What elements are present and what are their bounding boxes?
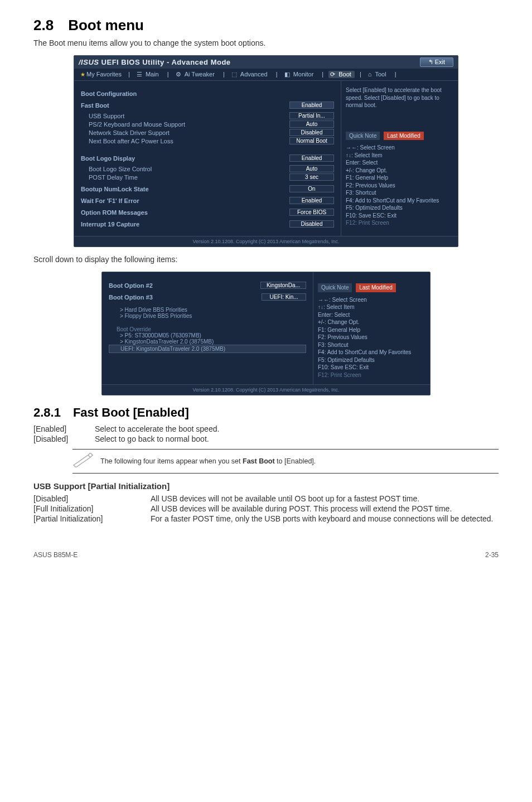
usb-def-disabled: [Disabled] All USB devices will not be a…	[33, 494, 499, 503]
bios-footer: Version 2.10.1208. Copyright (C) 2013 Am…	[74, 236, 458, 247]
setting-numlock[interactable]: Bootup NumLock State	[81, 186, 289, 192]
setting-option-rom[interactable]: Option ROM Messages	[81, 209, 289, 216]
boot-override-header: Boot Override	[109, 326, 306, 332]
setting-boot-opt2[interactable]: Boot Option #2	[109, 282, 260, 289]
usb-def-partial: [Partial Initialization] For a faster PO…	[33, 514, 499, 523]
value-post-delay[interactable]: 3 sec	[289, 173, 334, 181]
page-footer: ASUS B85M-E 2-35	[33, 551, 499, 559]
value-wait-f1[interactable]: Enabled	[289, 197, 334, 204]
value-numlock[interactable]: On	[289, 185, 334, 192]
note-box: The following four items appear when you…	[72, 449, 499, 474]
value-fast-boot[interactable]: Enabled	[289, 102, 334, 109]
setting-fast-boot[interactable]: Fast Boot	[81, 102, 289, 109]
help-hint: Select [Enabled] to accelerate the boot …	[346, 86, 453, 109]
value-boot-opt2[interactable]: KingstonDa...	[260, 282, 306, 289]
value-int19[interactable]: Disabled	[289, 220, 334, 228]
value-boot-logo[interactable]: Enabled	[289, 154, 334, 162]
setting-boot-opt3[interactable]: Boot Option #3	[109, 294, 262, 301]
value-network-stack[interactable]: Disabled	[289, 129, 334, 136]
bios-window-title: UEFI BIOS Utility - Advanced Mode	[101, 58, 231, 66]
override-item-selected[interactable]: UEFI: KingstonDataTraveler 2.0 (3875MB)	[109, 345, 306, 353]
override-item-1[interactable]: > P5: ST3000DM05 (763097MB)	[109, 332, 306, 339]
bios2-settings-panel: Boot Option #2 KingstonDa... Boot Option…	[102, 272, 313, 384]
tab-tool[interactable]: ⌂ Tool	[366, 71, 390, 78]
setting-next-boot[interactable]: Next Boot after AC Power Loss	[81, 138, 289, 144]
setting-usb-support[interactable]: USB Support	[81, 113, 289, 119]
def-disabled: [Disabled] Select to go back to normal b…	[33, 434, 499, 443]
tab-boot[interactable]: ⟳ Boot	[328, 71, 355, 78]
bios-help-panel: Select [Enabled] to accelerate the boot …	[341, 81, 458, 236]
value-boot-opt3[interactable]: UEFI: Kin...	[262, 293, 306, 301]
last-modified-badge2[interactable]: Last Modified	[356, 283, 395, 292]
tab-main[interactable]: ☰ Main	[135, 71, 162, 78]
bios2-footer: Version 2.10.1208. Copyright (C) 2013 Am…	[102, 384, 430, 395]
value-logo-size[interactable]: Auto	[289, 165, 334, 172]
exit-icon: ↰	[428, 59, 435, 65]
tab-advanced[interactable]: ⬚ Advanced	[230, 71, 271, 78]
bios-tabs: My Favorites | ☰ Main | ⚙ Ai Tweaker | ⬚…	[74, 69, 458, 81]
hdd-bbs[interactable]: > Hard Drive BBS Priorities	[109, 307, 306, 313]
note-text: The following four items appear when you…	[100, 457, 316, 465]
scroll-hint: Scroll down to display the following ite…	[33, 255, 499, 264]
exit-button[interactable]: ↰ Exit	[420, 57, 453, 67]
note-pencil-icon	[72, 453, 100, 470]
section-intro: The Boot menu items allow you to change …	[33, 38, 499, 47]
quick-note-badge[interactable]: Quick Note	[346, 132, 380, 141]
setting-network-stack[interactable]: Network Stack Driver Support	[81, 129, 289, 136]
bios-brand: /ISUS	[79, 58, 99, 66]
tab-aitweaker[interactable]: ⚙ Ai Tweaker	[174, 71, 218, 78]
setting-int19[interactable]: Interrupt 19 Capture	[81, 221, 289, 228]
bios-screenshot-2: Boot Option #2 KingstonDa... Boot Option…	[101, 272, 431, 395]
bios2-help-panel: Quick Note Last Modified →←: Select Scre…	[313, 272, 430, 384]
setting-logo-size[interactable]: Boot Logo Size Control	[81, 166, 289, 172]
bios-settings-panel: Boot Configuration Fast Boot Enabled USB…	[74, 81, 341, 236]
subsection-title: 2.8.1 Fast Boot [Enabled]	[33, 405, 499, 420]
footer-right: 2-35	[485, 551, 499, 559]
footer-left: ASUS B85M-E	[33, 551, 78, 559]
value-ps2[interactable]: Auto	[289, 120, 334, 128]
key-legend: →←: Select Screen ↑↓: Select Item Enter:…	[346, 144, 453, 227]
value-option-rom[interactable]: Force BIOS	[289, 209, 334, 216]
setting-boot-logo[interactable]: Boot Logo Display	[81, 155, 289, 162]
usb-def-full: [Full Initialization] All USB devices wi…	[33, 504, 499, 513]
tab-monitor[interactable]: ◧ Monitor	[283, 71, 317, 78]
def-enabled: [Enabled] Select to accelerate the boot …	[33, 424, 499, 433]
setting-ps2[interactable]: PS/2 Keyboard and Mouse Support	[81, 121, 289, 128]
setting-post-delay[interactable]: POST Delay Time	[81, 174, 289, 181]
section-title: 2.8 Boot menu	[33, 17, 499, 34]
usb-support-heading: USB Support [Partial Initialization]	[33, 481, 499, 491]
floppy-bbs[interactable]: > Floppy Drive BBS Priorities	[109, 313, 306, 319]
key-legend2: →←: Select Screen ↑↓: Select Item Enter:…	[318, 296, 425, 379]
bios-screenshot-1: /ISUS UEFI BIOS Utility - Advanced Mode …	[74, 55, 458, 247]
override-item-2[interactable]: > KingstonDataTraveler 2.0 (3875MB)	[109, 339, 306, 345]
quick-note-badge2[interactable]: Quick Note	[318, 283, 352, 292]
group-boot-config: Boot Configuration	[81, 90, 334, 97]
tab-favorites[interactable]: My Favorites	[79, 71, 123, 78]
setting-wait-f1[interactable]: Wait For 'F1' If Error	[81, 197, 289, 204]
value-next-boot[interactable]: Normal Boot	[289, 137, 334, 144]
value-usb-support[interactable]: Partial In...	[289, 112, 334, 119]
last-modified-badge[interactable]: Last Modified	[384, 132, 423, 141]
